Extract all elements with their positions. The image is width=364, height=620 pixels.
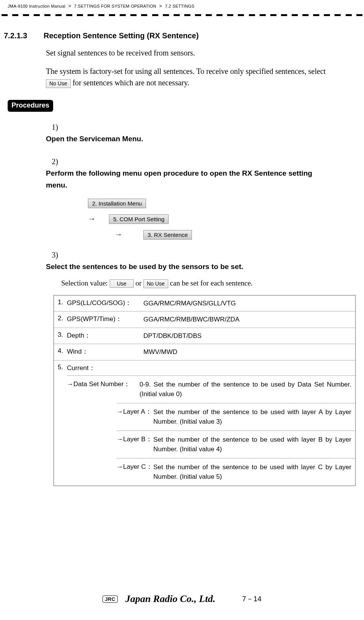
chapter-name: 7.SETTINGS FOR SYSTEM OPERATION (74, 4, 156, 8)
step-2: 2) Perform the following menu open proce… (46, 155, 349, 191)
arrow-icon: → (88, 214, 107, 223)
row-label: GPS(LL/COG/SOG)： (67, 299, 143, 307)
breadcrumb: JMA-9100 Instruction Manual > 7.SETTINGS… (0, 0, 364, 12)
breadcrumb-sep: > (68, 3, 72, 9)
company-name: Japan Radio Co., Ltd. (125, 593, 215, 605)
table-row: 4. Wind： MWV/MWD (54, 344, 355, 361)
row-number: 2. (58, 315, 67, 322)
step-text: Open the Serviceman Menu. (46, 133, 333, 145)
menu-installation-button: 2. Installation Menu (88, 199, 146, 208)
subrow-label: →Layer C： (117, 462, 153, 471)
subrow-value: 0-9. Set the number of the sentence to b… (140, 380, 351, 399)
paragraph-text: for sentences which are not necessary. (73, 78, 189, 87)
subrow-label: →Layer B： (117, 435, 153, 444)
section-title: Reception Sentence Setting (RX Sentence) (44, 31, 199, 40)
table-row-current: 5. Current： →Data Set Number： 0-9. Set t… (54, 361, 355, 486)
selection-text: can be set for each sentence. (170, 279, 252, 287)
row-label: GPS(WPT/Time)： (67, 315, 143, 323)
row-label: Depth： (67, 331, 143, 340)
row-value: GGA/RMC/RMA/GNS/GLL/VTG (143, 299, 351, 308)
row-label: Wind： (67, 347, 143, 356)
subrow-data-set-number: →Data Set Number： 0-9. Set the number of… (67, 375, 355, 403)
current-subrows: →Data Set Number： 0-9. Set the number of… (54, 375, 355, 486)
table-row: 3. Depth： DPT/DBK/DBT/DBS (54, 328, 355, 344)
table-row: 1. GPS(LL/COG/SOG)： GGA/RMC/RMA/GNS/GLL/… (54, 295, 355, 312)
menu-navigation-chain: 2. Installation Menu → 5. COM Port Setti… (88, 199, 349, 240)
row-number: 4. (58, 347, 67, 355)
row-number: 1. (58, 299, 67, 306)
step-text: Perform the following menu open procedur… (46, 168, 333, 191)
step-1: 1) Open the Serviceman Menu. (46, 121, 349, 145)
jrc-logo: JRC (102, 596, 118, 603)
row-value: GGA/RMC/RMB/BWC/BWR/ZDA (143, 315, 351, 325)
sentence-table: 1. GPS(LL/COG/SOG)： GGA/RMC/RMA/GNS/GLL/… (54, 295, 356, 486)
no-use-button: No Use (46, 79, 71, 88)
row-number: 5. (58, 364, 67, 372)
intro-paragraph: Set signal sentences to be received from… (46, 47, 349, 59)
row-number: 3. (58, 331, 67, 339)
breadcrumb-sep: > (159, 3, 162, 9)
selection-text: or (135, 279, 143, 287)
subrow-value: Set the number of the sentence to be use… (153, 435, 351, 454)
step-number: 1) (46, 121, 58, 133)
subrow-layer-c: →Layer C： Set the number of the sentence… (117, 458, 355, 486)
subrow-value: Set the number of the sentence to be use… (153, 462, 351, 482)
paragraph-text: The system is factory-set for using all … (46, 67, 326, 75)
procedures-heading: Procedures (8, 100, 53, 112)
row-label: Current： (67, 364, 143, 372)
step-text: Select the sentences to be used by the s… (46, 261, 333, 272)
no-use-button: No Use (143, 279, 168, 288)
step-number: 2) (46, 155, 58, 168)
step-number: 3) (46, 249, 58, 261)
row-value: DPT/DBK/DBT/DBS (143, 331, 351, 341)
row-value: MWV/MWD (143, 347, 351, 357)
paragraph: The system is factory-set for using all … (46, 65, 349, 88)
subrow-value: Set the number of the sentence to be use… (153, 407, 351, 427)
arrow-icon: → (115, 230, 141, 239)
subrow-label: →Layer A： (117, 407, 153, 416)
subrow-layer-b: →Layer B： Set the number of the sentence… (117, 431, 355, 458)
manual-name: JMA-9100 Instruction Manual (8, 4, 65, 8)
page-number: 7－14 (242, 594, 262, 604)
subrow-layer-a: →Layer A： Set the number of the sentence… (117, 403, 355, 431)
selection-text: Selection value: (61, 279, 110, 287)
menu-rx-sentence-button: 3. RX Sentence (143, 230, 192, 240)
menu-com-port-button: 5. COM Port Setting (109, 214, 169, 224)
step-3: 3) Select the sentences to be used by th… (46, 249, 349, 272)
section-number: 7.2.1.3 (4, 31, 42, 40)
section-name: 7.2 SETTINGS (165, 4, 195, 8)
page-footer: JRC Japan Radio Co., Ltd. 7－14 (0, 593, 364, 605)
selection-value-line: Selection value: Use or No Use can be se… (61, 279, 349, 288)
subrow-label: →Data Set Number： (67, 380, 140, 388)
use-button: Use (110, 279, 134, 288)
table-row: 2. GPS(WPT/Time)： GGA/RMC/RMB/BWC/BWR/ZD… (54, 312, 355, 328)
divider (0, 14, 364, 16)
